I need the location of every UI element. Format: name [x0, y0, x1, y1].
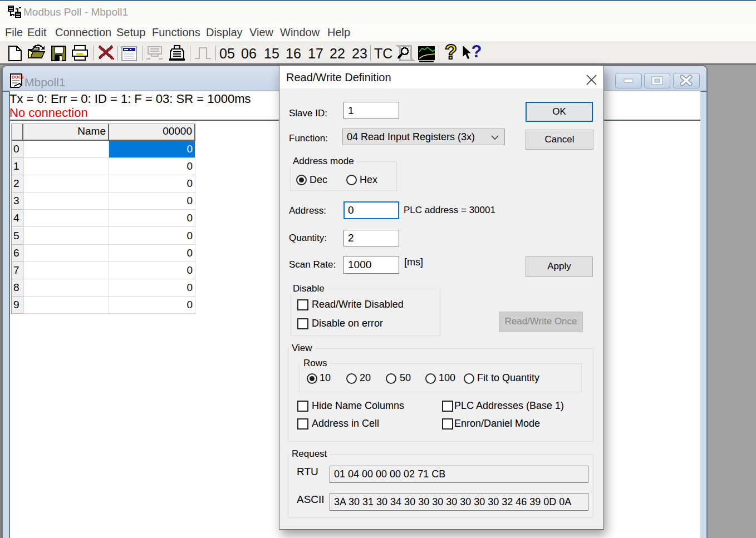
svg-text:DOC1: DOC1	[12, 75, 23, 80]
svg-text:?: ?	[472, 42, 482, 61]
svg-text:?: ?	[445, 42, 457, 63]
